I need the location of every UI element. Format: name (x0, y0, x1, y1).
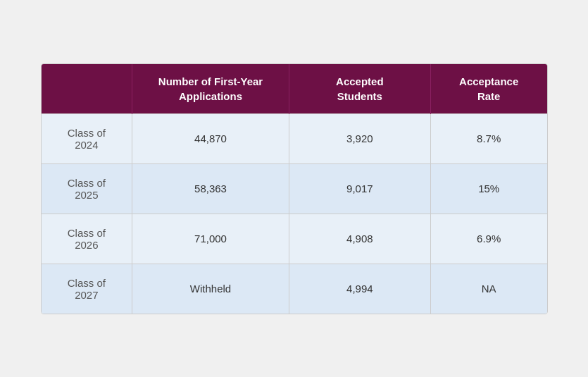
col-header-class (42, 64, 132, 114)
cell-accepted: 4,908 (289, 214, 430, 264)
table-header-row: Number of First-YearApplications Accepte… (42, 64, 547, 114)
table-row: Class of202444,8703,9208.7% (42, 113, 547, 163)
cell-class: Class of2025 (42, 163, 132, 214)
cell-rate: 6.9% (430, 214, 546, 264)
cell-class: Class of2024 (42, 113, 132, 163)
table-row: Class of202671,0004,9086.9% (42, 214, 547, 264)
cell-rate: 8.7% (430, 113, 546, 163)
col-header-accepted: AcceptedStudents (289, 64, 430, 114)
cell-applications: 71,000 (132, 214, 289, 264)
cell-rate: 15% (430, 163, 546, 214)
col-header-rate: AcceptanceRate (430, 64, 546, 114)
cell-applications: Withheld (132, 264, 289, 314)
cell-applications: 58,363 (132, 163, 289, 214)
table-row: Class of202558,3639,01715% (42, 163, 547, 214)
acceptance-table-wrapper: Number of First-YearApplications Accepte… (41, 63, 548, 314)
col-header-applications: Number of First-YearApplications (132, 64, 289, 114)
cell-class: Class of2026 (42, 214, 132, 264)
table-row: Class of2027Withheld4,994NA (42, 264, 547, 314)
cell-accepted: 4,994 (289, 264, 430, 314)
cell-accepted: 9,017 (289, 163, 430, 214)
acceptance-table: Number of First-YearApplications Accepte… (42, 64, 547, 314)
cell-rate: NA (430, 264, 546, 314)
table-body: Class of202444,8703,9208.7%Class of20255… (42, 113, 547, 314)
cell-class: Class of2027 (42, 264, 132, 314)
cell-accepted: 3,920 (289, 113, 430, 163)
cell-applications: 44,870 (132, 113, 289, 163)
